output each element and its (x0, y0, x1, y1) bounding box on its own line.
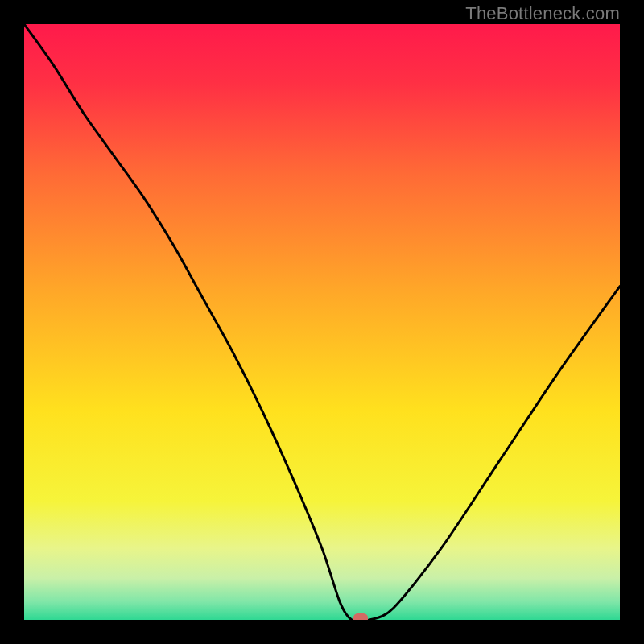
bottleneck-curve (24, 24, 620, 620)
optimal-point-marker (353, 613, 368, 620)
watermark-text: TheBottleneck.com (465, 3, 620, 24)
chart-frame: TheBottleneck.com (0, 0, 644, 644)
plot-area (24, 24, 620, 620)
